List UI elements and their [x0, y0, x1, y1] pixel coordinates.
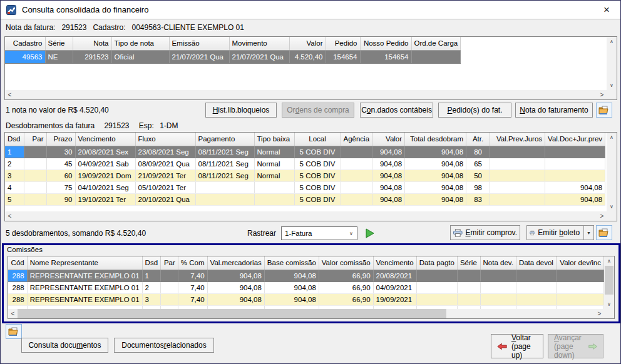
table-row[interactable]: 47504/10/2021 Seg05/10/2021 Ter5 COB DIV…	[5, 181, 605, 193]
column-header[interactable]: Ord.de Carga	[411, 37, 461, 50]
column-header[interactable]: Nota dev.	[480, 256, 516, 270]
table-cell[interactable]: 21/09/2021 Ter	[135, 169, 195, 181]
table-cell[interactable]	[457, 270, 480, 281]
table-cell[interactable]	[416, 293, 457, 305]
consulta-documentos-button[interactable]: Consulta documentos	[21, 338, 108, 353]
column-header[interactable]: Nosso Pedido	[360, 37, 411, 50]
open-folder-button[interactable]	[6, 324, 22, 339]
table-cell[interactable]: REPRESENTANTE EXEMPLO 01	[27, 293, 142, 305]
table-cell[interactable]: 904,08	[405, 158, 466, 169]
table-cell[interactable]	[556, 270, 603, 281]
table-cell[interactable]: 2	[142, 281, 161, 293]
table-cell[interactable]: Normal	[254, 146, 294, 158]
table-cell[interactable]	[24, 169, 46, 181]
table-cell[interactable]: 5 COB DIV	[294, 169, 341, 181]
scroll-up-icon[interactable]: ∧	[607, 37, 617, 46]
table-cell[interactable]: 20/08/2021	[373, 270, 416, 281]
table-cell[interactable]: 30	[46, 146, 75, 158]
table-cell[interactable]	[556, 293, 603, 305]
rastrear-combobox[interactable]: 1-Fatura ∨	[281, 226, 357, 240]
table-cell[interactable]: 7,40	[178, 270, 207, 281]
table-cell[interactable]: 66,90	[319, 281, 373, 293]
open-folder-button[interactable]	[596, 103, 612, 118]
column-header[interactable]: Nota	[73, 37, 111, 50]
nota-do-faturamento-button[interactable]: Nota do faturamento	[515, 103, 593, 118]
column-header[interactable]: Data devol	[516, 256, 556, 270]
table-cell[interactable]: 08/09/2021 Qua	[135, 158, 195, 169]
column-header[interactable]: Vencimento	[373, 256, 416, 270]
comissoes-horizontal-scrollbar[interactable]: < >	[8, 309, 604, 318]
table-cell[interactable]: 08/11/2021 Seg	[195, 169, 254, 181]
table-cell[interactable]: 7,40	[178, 281, 207, 293]
scroll-left-icon[interactable]: <	[8, 309, 18, 318]
column-header[interactable]: Tipo baixa	[254, 133, 294, 146]
column-header[interactable]: Par	[24, 133, 46, 146]
column-header[interactable]: Agência	[341, 133, 372, 146]
table-cell[interactable]	[545, 158, 605, 169]
boleto-dropdown-arrow[interactable]: ▼	[583, 226, 591, 240]
column-header[interactable]: Nome Representante	[27, 256, 142, 270]
table-cell[interactable]: 288	[8, 270, 27, 281]
column-header[interactable]: % Com	[178, 256, 207, 270]
column-header[interactable]: Série	[457, 256, 480, 270]
table-cell[interactable]: 08/11/2021 Seg	[195, 146, 254, 158]
scroll-right-icon[interactable]: >	[597, 211, 607, 221]
table-cell[interactable]	[516, 281, 556, 293]
column-header[interactable]: Valor	[372, 133, 405, 146]
table-cell[interactable]	[161, 293, 178, 305]
scroll-left-icon[interactable]: <	[5, 90, 14, 99]
table-cell[interactable]	[254, 193, 294, 205]
table-cell[interactable]: 154654	[326, 50, 360, 63]
table-cell[interactable]: 904,08	[264, 293, 319, 305]
table-cell[interactable]: 154654	[360, 50, 411, 63]
table-row[interactable]: 36019/09/2021 Dom21/09/2021 Ter08/11/202…	[5, 169, 605, 181]
column-header[interactable]: Pedido	[326, 37, 360, 50]
close-button[interactable]: ×	[593, 1, 620, 19]
table-cell[interactable]	[516, 293, 556, 305]
column-header[interactable]: Dsd	[5, 133, 24, 146]
desdobramentos-vertical-scrollbar[interactable]: ∧ ∨	[607, 133, 617, 211]
table-cell[interactable]	[480, 293, 516, 305]
table-cell[interactable]	[195, 193, 254, 205]
table-cell[interactable]: 45	[46, 158, 75, 169]
table-cell[interactable]: Normal	[254, 169, 294, 181]
pedidos-do-fat-button[interactable]: Pedido(s) do fat.	[438, 103, 511, 118]
table-cell[interactable]: 904,08	[372, 158, 405, 169]
column-header[interactable]: Val.Doc+Jur.prev	[545, 133, 605, 146]
table-cell[interactable]: 19/09/2021 Dom	[75, 169, 135, 181]
scroll-right-icon[interactable]: >	[595, 309, 604, 318]
table-cell[interactable]	[490, 146, 545, 158]
table-cell[interactable]: 904,08	[405, 181, 466, 193]
scrollbar-thumb[interactable]	[18, 309, 446, 318]
table-cell[interactable]	[545, 146, 605, 158]
table-cell[interactable]	[457, 281, 480, 293]
table-cell[interactable]: 5 COB DIV	[294, 193, 341, 205]
table-cell[interactable]: 83	[466, 193, 490, 205]
table-cell[interactable]: 21/07/2021 Qua	[169, 50, 229, 63]
table-row[interactable]: 24504/09/2021 Sab08/09/2021 Qua08/11/202…	[5, 158, 605, 169]
table-cell[interactable]	[161, 281, 178, 293]
column-header[interactable]: Emissão	[169, 37, 229, 50]
table-cell[interactable]	[457, 293, 480, 305]
table-cell[interactable]: 66,90	[319, 293, 373, 305]
rastrear-go-button[interactable]	[362, 226, 377, 241]
table-cell[interactable]: 66,90	[319, 270, 373, 281]
table-cell[interactable]	[490, 169, 545, 181]
table-cell[interactable]	[490, 158, 545, 169]
table-cell[interactable]: 291523	[73, 50, 111, 63]
table-cell[interactable]	[341, 181, 372, 193]
table-cell[interactable]	[480, 270, 516, 281]
table-cell[interactable]: 05/10/2021 Ter	[135, 181, 195, 193]
table-cell[interactable]	[490, 181, 545, 193]
table-cell[interactable]: 904,08	[207, 293, 264, 305]
table-row[interactable]: 288REPRESENTANTE EXEMPLO 0137,40904,0890…	[8, 293, 604, 305]
column-header[interactable]: Val.Prev.Juros	[490, 133, 545, 146]
con-dados-contabeis-button[interactable]: Con.dados contábeis	[360, 103, 433, 118]
table-cell[interactable]: 904,08	[372, 193, 405, 205]
hist-lib-bloqueios-button[interactable]: Hist.lib.bloqueios	[205, 103, 277, 118]
table-row[interactable]: 13020/08/2021 Sex23/08/2021 Seg08/11/202…	[5, 146, 605, 158]
scroll-down-icon[interactable]: ∨	[607, 81, 617, 90]
table-cell[interactable]: 21/07/2021 Qua	[229, 50, 289, 63]
table-cell[interactable]: 98	[466, 181, 490, 193]
table-cell[interactable]	[254, 181, 294, 193]
